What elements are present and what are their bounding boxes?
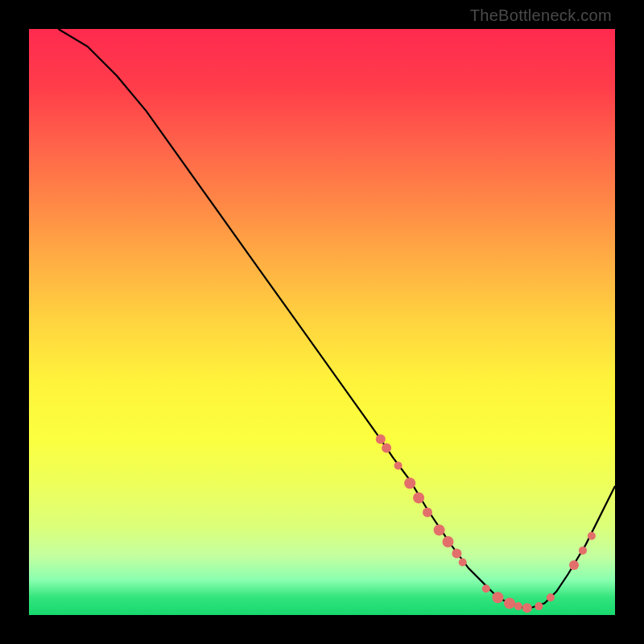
chart-marker — [434, 524, 445, 535]
chart-marker — [492, 592, 503, 603]
chart-marker — [547, 593, 555, 601]
chart-marker — [535, 602, 543, 610]
chart-marker — [482, 584, 490, 592]
watermark-text: TheBottleneck.com — [470, 6, 612, 25]
chart-markers — [376, 435, 596, 613]
chart-marker — [382, 444, 391, 453]
chart-marker — [423, 508, 432, 518]
chart-marker — [443, 536, 454, 547]
chart-marker — [394, 461, 402, 469]
chart-marker — [579, 547, 587, 555]
chart-marker — [452, 549, 461, 559]
chart-curve — [58, 29, 615, 609]
chart-marker — [459, 559, 467, 567]
chart-marker — [569, 560, 579, 570]
chart-marker — [588, 532, 596, 540]
chart-marker — [522, 603, 532, 613]
chart-marker — [504, 597, 515, 609]
chart-plot-area — [29, 29, 615, 615]
chart-marker — [413, 492, 424, 503]
chart-marker — [404, 477, 415, 489]
chart-marker — [376, 435, 386, 444]
chart-marker — [514, 602, 522, 610]
chart-svg — [29, 29, 615, 615]
